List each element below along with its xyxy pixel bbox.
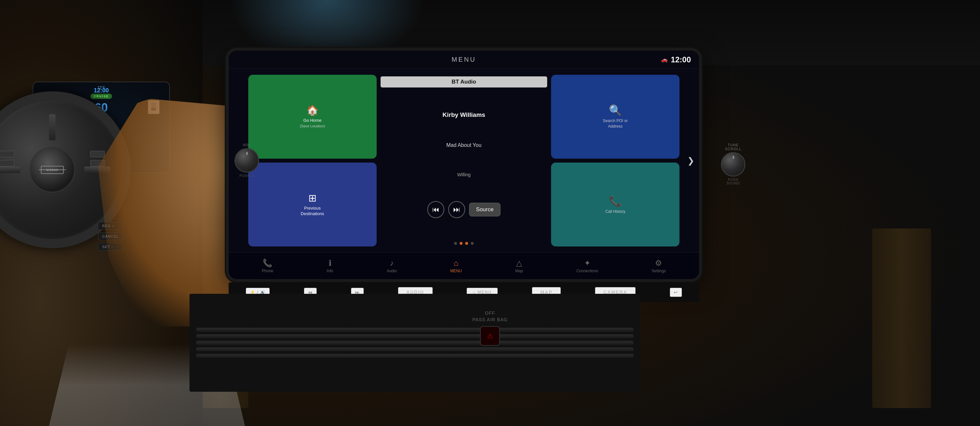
menu-nav-label: MENU [450, 269, 461, 273]
screen-body: ❮ 🏠 Go Home(Save Location) ⊞ PreviousDes… [229, 69, 699, 252]
prev-dest-icon: ⊞ [309, 192, 317, 204]
prev-dest-label: PreviousDestinations [301, 206, 325, 217]
settings-nav-icon: ⚙ [655, 258, 662, 268]
nav-settings[interactable]: ⚙ Settings [645, 257, 672, 275]
nav-map[interactable]: △ Map [509, 257, 529, 275]
go-home-label: Go Home(Save Location) [300, 118, 325, 129]
tune-knob-area: TUNE SCROLL PUSH SOUND [721, 143, 745, 168]
vol-knob-indicator [246, 152, 248, 155]
map-nav-label: Map [515, 269, 523, 273]
screen-left-column: 🏠 Go Home(Save Location) ⊞ PreviousDesti… [248, 75, 377, 247]
settings-nav-label: Settings [652, 269, 666, 273]
screen-content: 🏠 Go Home(Save Location) ⊞ PreviousDesti… [245, 72, 683, 249]
center-vent-area [189, 294, 640, 392]
wood-trim-right [872, 228, 931, 408]
audio-nav-label: Audio [387, 269, 397, 273]
screen-time-area: 🚗 12:00 [661, 55, 691, 64]
go-home-tile[interactable]: 🏠 Go Home(Save Location) [248, 75, 377, 158]
call-icon: 📞 [609, 195, 622, 207]
search-poi-tile[interactable]: 🔍 Search POI orAddress [551, 75, 679, 158]
steering-area: RPMx1000 12:00 CRUISE 60 MPH 72°F SPEEDL… [0, 0, 202, 426]
back-phys-btn[interactable]: ↩ [670, 288, 682, 297]
airbag-panel: OFFPASS AIR BAG ⚠ [473, 310, 508, 346]
vol-knob[interactable] [235, 148, 259, 173]
vent-slat-2 [196, 334, 634, 338]
vent-slat-3 [196, 341, 634, 345]
dot-1 [454, 242, 457, 245]
sw-controls-left [0, 151, 14, 166]
nav-connections[interactable]: ✦ Connections [570, 257, 605, 275]
nav-audio[interactable]: ♪ Audio [380, 257, 403, 275]
sw-btn-left-1[interactable] [0, 151, 14, 157]
screen-title: MENU [452, 56, 476, 63]
connections-nav-label: Connections [576, 269, 598, 273]
screen-time: 12:00 [671, 55, 691, 64]
phone-nav-label: Phone [262, 269, 274, 273]
search-poi-label: Search POI orAddress [603, 118, 628, 129]
menu-nav-icon: ⌂ [454, 258, 459, 268]
sw-spoke-left [0, 166, 20, 173]
bt-audio-label: BT Audio [380, 76, 547, 87]
screen-center-column: BT Audio Kirby Williams Mad About You Wi… [380, 75, 547, 247]
push-sound-label: PUSH SOUND [721, 178, 745, 185]
sw-btn-right-1[interactable] [90, 151, 105, 157]
dot-2 [460, 242, 463, 245]
album-name: Willing [380, 172, 547, 177]
nav-info[interactable]: ℹ Info [320, 257, 340, 275]
nav-menu[interactable]: ⌂ MENU [444, 257, 468, 275]
progress-dots [380, 242, 547, 245]
screen-right-column: 🔍 Search POI orAddress 📞 Call History [551, 75, 679, 247]
sw-hub: NISSAN [29, 147, 75, 193]
prev-track-button[interactable]: ⏮ [427, 201, 444, 218]
sw-spoke-top [49, 114, 56, 140]
playback-controls: ⏮ ⏭ Source [380, 201, 547, 218]
airbag-off-label: OFFPASS AIR BAG [473, 310, 508, 323]
artist-name: Kirby Williams [380, 111, 547, 119]
airbag-hazard-button[interactable]: ⚠ [480, 326, 500, 346]
map-nav-icon: △ [516, 258, 522, 268]
call-history-tile[interactable]: 📞 Call History [551, 163, 679, 247]
next-page-button[interactable]: ❯ [683, 72, 699, 249]
previous-destinations-tile[interactable]: ⊞ PreviousDestinations [248, 163, 377, 247]
source-button[interactable]: Source [469, 203, 500, 217]
screen-bottom-nav: 📞 Phone ℹ Info ♪ Audio ⌂ MENU △ Map [229, 252, 699, 279]
car-status-icon: 🚗 [661, 57, 668, 63]
infotainment-screen: MENU 🚗 12:00 ❮ 🏠 Go Home(Save Location) [229, 51, 699, 279]
nissan-logo: NISSAN [39, 165, 65, 175]
home-icon: 🏠 [306, 105, 318, 116]
next-track-button[interactable]: ⏭ [448, 201, 465, 218]
info-nav-icon: ℹ [329, 258, 332, 268]
dot-4 [471, 242, 474, 245]
dot-3 [465, 242, 468, 245]
song-name: Mad About You [380, 143, 547, 148]
vol-label: VOL [235, 143, 259, 147]
tune-knob[interactable] [721, 152, 745, 177]
tune-label: TUNE SCROLL [721, 143, 745, 151]
connections-nav-icon: ✦ [584, 258, 590, 268]
phone-nav-icon: 📞 [262, 258, 272, 268]
vol-knob-area: VOL PUSH ⊙ [235, 143, 259, 168]
push-label: PUSH ⊙ [235, 174, 259, 177]
search-icon: 🔍 [609, 104, 622, 117]
infotainment-bezel: MENU 🚗 12:00 ❮ 🏠 Go Home(Save Location) [229, 51, 699, 279]
sw-btn-left-2[interactable] [0, 160, 14, 166]
audio-nav-icon: ♪ [390, 258, 394, 268]
screen-header: MENU 🚗 12:00 [229, 51, 699, 69]
info-nav-label: Info [327, 269, 333, 273]
vent-slat-1 [196, 328, 634, 332]
vent-slat-4 [196, 347, 634, 351]
temp-display: 72°F [97, 86, 105, 89]
call-history-label: Call History [605, 209, 625, 214]
vent-slat-5 [196, 354, 634, 358]
nav-phone[interactable]: 📞 Phone [255, 257, 280, 275]
tune-knob-indicator [732, 156, 734, 159]
